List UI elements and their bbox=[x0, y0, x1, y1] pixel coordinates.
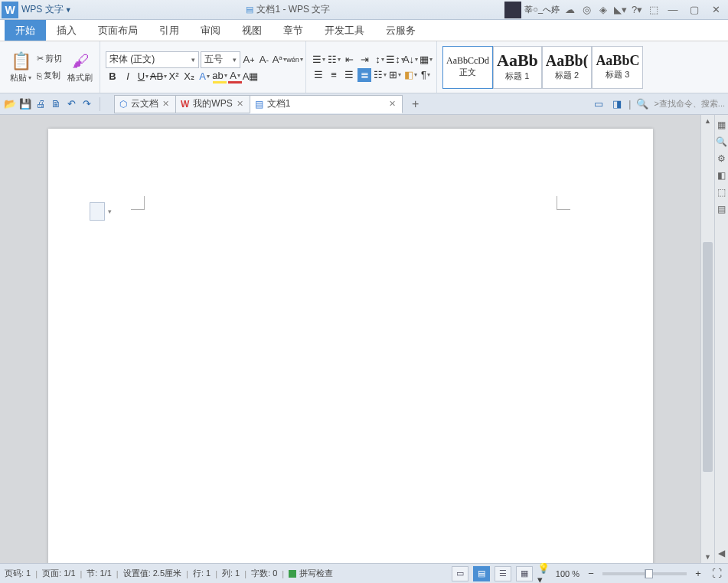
char-shading-icon[interactable]: A▦ bbox=[243, 70, 257, 84]
style-normal[interactable]: AaBbCcDd 正文 bbox=[442, 46, 493, 89]
tab-close-icon[interactable]: ✕ bbox=[237, 99, 243, 109]
minimize-button[interactable]: — bbox=[664, 3, 682, 17]
scroll-up-icon[interactable]: ▲ bbox=[701, 115, 714, 127]
scroll-down-icon[interactable]: ▼ bbox=[701, 551, 714, 563]
borders-icon[interactable]: ▦▾ bbox=[419, 53, 433, 67]
view-web-button[interactable]: ☰ bbox=[495, 566, 511, 581]
align-right-icon[interactable]: ☰ bbox=[342, 68, 356, 82]
menu-cloud[interactable]: 云服务 bbox=[375, 20, 426, 41]
style-heading3[interactable]: AaBbC 标题 3 bbox=[592, 46, 643, 89]
new-tab-button[interactable]: + bbox=[406, 95, 425, 113]
menu-start[interactable]: 开始 bbox=[5, 20, 46, 41]
style-heading1[interactable]: AaBb 标题 1 bbox=[493, 46, 542, 89]
maximize-button[interactable]: ▢ bbox=[685, 3, 704, 17]
zoom-in-button[interactable]: + bbox=[691, 567, 705, 581]
highlight-icon[interactable]: ab▾ bbox=[213, 70, 227, 84]
fullscreen-icon[interactable]: ⛶ bbox=[710, 567, 723, 581]
superscript-icon[interactable]: X² bbox=[167, 70, 181, 84]
increase-indent-icon[interactable]: ⇥ bbox=[357, 53, 371, 67]
status-column[interactable]: 列: 1 bbox=[222, 568, 240, 579]
copy-button[interactable]: ⎘复制 bbox=[34, 68, 64, 84]
open-icon[interactable]: 📂 bbox=[3, 97, 17, 111]
zoom-out-button[interactable]: − bbox=[584, 567, 598, 581]
status-position[interactable]: 设置值: 2.5厘米 bbox=[123, 568, 181, 579]
subscript-icon[interactable]: X₂ bbox=[182, 70, 196, 84]
side-nav-icon[interactable]: ◧ bbox=[717, 170, 727, 181]
menu-section[interactable]: 章节 bbox=[273, 20, 314, 41]
user-avatar[interactable] bbox=[504, 2, 521, 18]
decrease-indent-icon[interactable]: ⇤ bbox=[342, 53, 356, 67]
format-painter-button[interactable]: 🖌 格式刷 bbox=[64, 44, 96, 90]
undo-icon[interactable]: ↶ bbox=[64, 97, 78, 111]
redo-icon[interactable]: ↷ bbox=[80, 97, 93, 111]
panel-icon[interactable]: ◨ bbox=[610, 97, 624, 111]
font-name-select[interactable]: 宋体 (正文)▾ bbox=[106, 51, 199, 68]
menu-review[interactable]: 审阅 bbox=[190, 20, 231, 41]
side-gear-icon[interactable]: ⚙ bbox=[717, 153, 727, 164]
strikethrough-icon[interactable]: AB▾ bbox=[152, 70, 165, 84]
menu-view[interactable]: 视图 bbox=[231, 20, 273, 41]
search-hint[interactable]: >查找命令、搜索... bbox=[654, 98, 725, 110]
underline-icon[interactable]: U▾ bbox=[136, 70, 150, 84]
search-icon[interactable]: 🔍 bbox=[635, 97, 649, 111]
user-name[interactable]: 莘○_へ婷 bbox=[524, 4, 560, 15]
tab-cloud-docs[interactable]: ⬡ 云文档 ✕ bbox=[114, 95, 176, 113]
numbering-icon[interactable]: ☷▾ bbox=[327, 53, 341, 67]
status-page[interactable]: 页面: 1/1 bbox=[42, 568, 75, 579]
style-heading2[interactable]: AaBb( 标题 2 bbox=[542, 46, 593, 89]
text-effects-icon[interactable]: A▾ bbox=[198, 70, 211, 84]
zoom-slider[interactable] bbox=[602, 572, 687, 575]
view-outline-button[interactable]: ▭ bbox=[452, 566, 468, 581]
side-tool-icon[interactable]: ▦ bbox=[717, 120, 727, 130]
view-page-button[interactable]: ▤ bbox=[473, 566, 490, 581]
text-direction-icon[interactable]: ↕▾ bbox=[373, 53, 387, 67]
tab-close-icon[interactable]: ✕ bbox=[162, 99, 169, 109]
present-icon[interactable]: ▭ bbox=[592, 97, 606, 111]
zoom-thumb[interactable] bbox=[645, 569, 653, 578]
align-justify-icon[interactable]: ≣ bbox=[357, 68, 371, 82]
status-page-no[interactable]: 页码: 1 bbox=[5, 568, 31, 579]
bullets-icon[interactable]: ☰▾ bbox=[312, 53, 325, 67]
print-preview-icon[interactable]: 🗎 bbox=[49, 97, 63, 111]
line-spacing-icon[interactable]: ☰↕▾ bbox=[388, 53, 402, 67]
show-marks-icon[interactable]: ¶▾ bbox=[419, 68, 433, 82]
menu-references[interactable]: 引用 bbox=[149, 20, 190, 41]
bold-icon[interactable]: B bbox=[106, 70, 119, 84]
status-spell[interactable]: 拼写检查 bbox=[299, 568, 333, 579]
status-section[interactable]: 节: 1/1 bbox=[87, 568, 111, 579]
align-center-icon[interactable]: ≡ bbox=[327, 68, 341, 82]
scroll-thumb[interactable] bbox=[703, 242, 713, 472]
font-color-icon[interactable]: A▾ bbox=[228, 70, 242, 84]
globe-icon[interactable]: ◎ bbox=[579, 3, 593, 17]
cut-button[interactable]: ✂剪切 bbox=[34, 51, 64, 67]
grow-font-icon[interactable]: A+ bbox=[242, 53, 256, 67]
tab-stops-icon[interactable]: ⊞▾ bbox=[388, 68, 402, 82]
menu-dev-tools[interactable]: 开发工具 bbox=[314, 20, 375, 41]
save-icon[interactable]: 💾 bbox=[18, 97, 32, 111]
zoom-value[interactable]: 100 % bbox=[556, 569, 579, 578]
menu-insert[interactable]: 插入 bbox=[46, 20, 87, 41]
side-search-icon[interactable]: 🔍 bbox=[717, 136, 727, 147]
italic-icon[interactable]: I bbox=[121, 70, 135, 84]
view-read-button[interactable]: ▦ bbox=[516, 566, 533, 581]
phonetic-guide-icon[interactable]: wén▾ bbox=[288, 53, 302, 67]
align-left-icon[interactable]: ☰ bbox=[312, 68, 325, 82]
menu-page-layout[interactable]: 页面布局 bbox=[87, 20, 149, 41]
help-icon[interactable]: ?▾ bbox=[630, 3, 644, 17]
close-button[interactable]: ✕ bbox=[707, 3, 725, 17]
document-page[interactable] bbox=[48, 129, 653, 563]
skin-icon[interactable]: ◈ bbox=[596, 3, 610, 17]
print-icon[interactable]: 🖨 bbox=[34, 97, 47, 111]
font-size-select[interactable]: 五号▾ bbox=[201, 51, 240, 68]
arrow-down-icon[interactable]: ◣▾ bbox=[613, 3, 627, 17]
vertical-scrollbar[interactable]: ▲ ▼ bbox=[700, 115, 714, 563]
distribute-icon[interactable]: ☷▾ bbox=[373, 68, 387, 82]
tab-my-wps[interactable]: W 我的WPS ✕ bbox=[175, 95, 250, 113]
app-menu-dropdown[interactable]: ▼ bbox=[65, 6, 72, 14]
scroll-track[interactable] bbox=[701, 127, 714, 551]
pin-icon[interactable]: ⬚ bbox=[647, 3, 661, 17]
change-case-icon[interactable]: Aᵃ▾ bbox=[273, 53, 286, 67]
shading-icon[interactable]: ◧▾ bbox=[403, 68, 417, 82]
side-select-icon[interactable]: ⬚ bbox=[717, 187, 727, 198]
side-collapse-icon[interactable]: ◀ bbox=[717, 548, 727, 558]
